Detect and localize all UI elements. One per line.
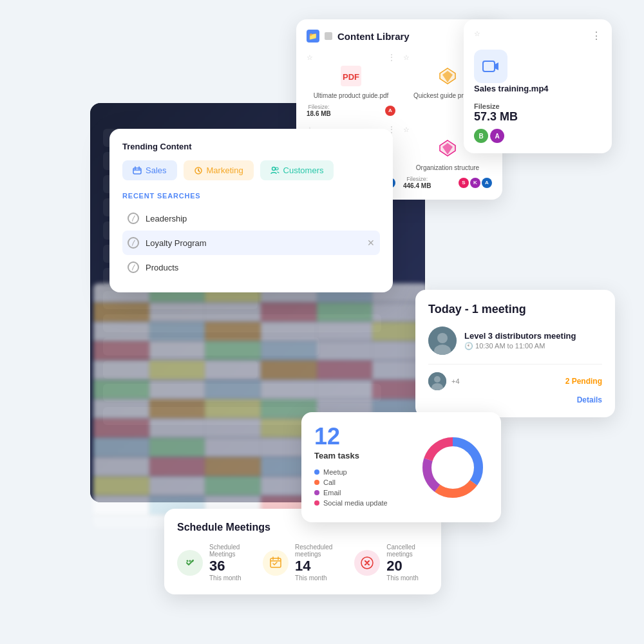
clock-icon [128,237,139,249]
cancelled-icon [354,550,380,576]
cancelled-label: Cancelled meetings [386,544,428,558]
sketch-icon [436,64,459,88]
sales-tag-label: Sales [146,166,167,175]
content-library-title: Content Library [337,31,410,42]
meeting-item: Level 3 distributors meeting 🕙 10:30 AM … [428,327,602,355]
scheduled-label: Scheduled Meetings [209,544,252,558]
filesize-value: 57.3 MB [474,110,601,124]
svg-rect-8 [483,61,495,71]
sketch-icon-2 [436,137,459,160]
clock-icon [128,213,139,224]
svg-point-26 [189,560,191,562]
scheduled-icon [177,550,203,576]
team-tasks-label: Team tasks [314,451,407,460]
schedule-meetings-items: Scheduled Meetings 36 This month Resched… [177,544,428,582]
sales-training-title: Sales training.mp4 [474,83,601,95]
avatar: A [482,178,492,188]
customers-tag-label: Customers [283,166,324,175]
content-item-name: Organization structure [403,164,492,172]
pending-row: +4 2 Pending [428,372,602,390]
meeting-avatar [428,327,457,355]
rescheduled-sub: This month [295,574,344,582]
search-item-loyalty[interactable]: Loyalty Program ✕ [122,231,380,255]
meeting-time: 🕙 10:30 AM to 11:00 AM [464,342,576,350]
avatar-b: B [474,129,488,143]
more-menu-icon[interactable]: ⋮ [591,30,601,42]
today-meeting-title: Today - 1 meeting [428,303,602,316]
svg-point-14 [437,333,448,343]
search-item-products[interactable]: Products [122,255,380,279]
pdf-icon: PDF [339,64,363,88]
legend-social: Social media update [314,499,407,507]
content-item-pdf[interactable]: ☆ ⋮ PDF Ultimate product guide.pdf Files… [307,53,395,117]
svg-point-27 [192,560,194,562]
svg-point-17 [434,376,440,383]
search-item-leadership[interactable]: Leadership [122,206,380,231]
svg-point-11 [272,167,275,170]
scheduled-sub: This month [209,574,252,582]
meeting-name: Level 3 distributors meeting [464,331,576,341]
breadcrumb-arrow [325,32,332,40]
cancelled-count: 20 [386,558,428,574]
customers-icon [270,166,279,175]
clock-icon [128,261,139,273]
rescheduled-icon [263,550,289,576]
pending-badge: 2 Pending [565,377,602,386]
cancelled-item: Cancelled meetings 20 This month [354,544,428,582]
content-item-name: Ultimate product guide.pdf [307,91,395,100]
video-icon [474,50,507,83]
star-icon[interactable]: ☆ [474,30,480,38]
recent-searches-label: RECENT SEARCHES [122,192,380,200]
rescheduled-label: Rescheduled meetings [295,544,344,558]
legend-email: Email [314,489,407,497]
legend-meetup: Meetup [314,468,407,476]
clock-icon: 🕙 [464,342,475,350]
marketing-tag[interactable]: Marketing [184,160,254,180]
team-tasks-count: 12 [314,425,407,448]
star-icon: ☆ [403,126,410,134]
search-item-text: Loyalty Program [146,238,361,248]
avatar: K [470,178,480,188]
sales-tag[interactable]: Sales [122,160,177,180]
svg-point-25 [187,560,189,562]
today-meeting-card: Today - 1 meeting Level 3 distributors m… [415,290,615,417]
schedule-meetings-title: Schedule Meetings [177,522,428,533]
customers-tag[interactable]: Customers [260,160,334,180]
legend-call: Call [314,478,407,486]
marketing-icon [194,166,203,175]
tag-list: Sales Marketing Customers [122,160,380,180]
marketing-tag-label: Marketing [207,166,243,175]
sales-icon [133,166,142,175]
plus-more-label: +4 [451,377,460,385]
details-button[interactable]: Details [428,395,602,404]
cancelled-sub: This month [386,574,428,582]
rescheduled-count: 14 [295,558,344,574]
search-item-text: Products [146,263,375,272]
close-icon[interactable]: ✕ [367,238,375,248]
scheduled-count: 36 [209,558,252,574]
search-dropdown-card: Trending Content Sales Marketing [109,129,393,292]
sales-training-card: ☆ ⋮ Sales training.mp4 Filesize 57.3 MB … [464,19,612,153]
scheduled-item: Scheduled Meetings 36 This month [177,544,252,582]
folder-icon: 📁 [307,30,319,43]
attendee-avatars [428,372,446,390]
divider [428,364,602,365]
search-item-text: Leadership [146,214,375,223]
filesize-label: Filesize [474,102,601,110]
avatar: S [459,178,469,188]
star-icon: ☆ [307,53,313,62]
svg-text:PDF: PDF [343,72,359,82]
more-icon: ⋮ [388,53,395,62]
svg-rect-9 [133,168,141,174]
avatar-a: A [490,129,504,143]
trending-content-title: Trending Content [122,142,380,151]
rescheduled-item: Rescheduled meetings 14 This month [263,544,344,582]
donut-chart [417,432,488,503]
avatar: A [385,106,395,116]
attendee-avatar [428,372,446,390]
team-tasks-card: 12 Team tasks Meetup Call Email Social m… [301,412,501,522]
star-icon: ☆ [403,53,410,62]
svg-point-12 [276,167,278,170]
